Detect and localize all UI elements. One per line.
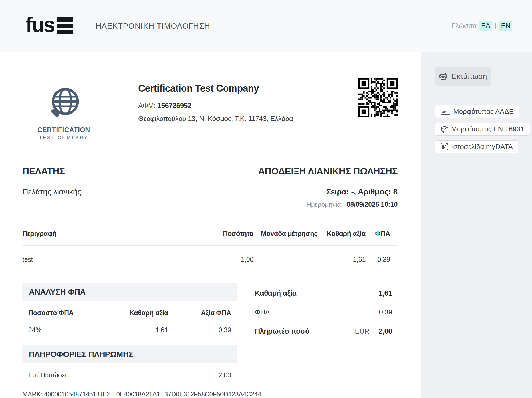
payment-row: Επί Πιστώσει 2,00 (28, 371, 231, 379)
total-payable-row: Πληρωτέο ποσό EUR 2,00 (255, 322, 398, 335)
xml-file-icon: XML (440, 108, 450, 115)
items-header-net: Καθαρή αξία (317, 230, 366, 246)
company-address: Θεοφιλοπούλου 13, Ν. Κόσμος, Τ.Κ. 11743,… (138, 115, 293, 123)
fuse-logo-text: fus (26, 14, 54, 38)
globe-magnifier-icon (48, 85, 80, 122)
format-en16931-label: Μορφότυπος EN 16931 (451, 125, 524, 133)
total-payable-label: Πληρωτέο ποσό (255, 327, 309, 335)
mydata-website-label: Ιστοσελίδα myDATA (451, 143, 513, 151)
date-value: 08/09/2025 10:10 (347, 201, 398, 208)
app-header: fus ΗΛΕΚΤΡΟΝΙΚΗ ΤΙΜΟΛΟΓΗΣΗ Γλώσσα ΕΛ | E… (0, 0, 532, 52)
customer-heading: ΠΕΛΑΤΗΣ (22, 166, 65, 177)
vat-header-row: Ποσοστό ΦΠΑ Καθαρή αξία Αξία ΦΠΑ (28, 301, 231, 319)
item-vat: 0,39 (366, 246, 398, 263)
total-vat-row: ΦΠΑ 0,39 (255, 302, 398, 322)
vat-net: 1,61 (91, 319, 168, 334)
vat-label: ΑΦΜ: (138, 102, 156, 110)
qr-scan-icon (440, 143, 448, 151)
table-row: test 1,00 1,61 0,39 (22, 246, 398, 263)
document-type-heading: ΑΠΟΔΕΙΞΗ ΛΙΑΝΙΚΗΣ ΠΩΛΗΣΗΣ (258, 166, 398, 177)
vat-number: 156726952 (157, 102, 191, 110)
svg-text:XML: XML (442, 110, 448, 114)
total-net-row: Καθαρή αξία 1,61 (255, 283, 398, 302)
format-buttons: XML Μορφότυπος ΑΑΔΕ Μορφότυπος EN 16931 (435, 105, 532, 153)
language-el-link[interactable]: ΕΛ (479, 21, 492, 31)
items-header-row: Περιγραφή Ποσότητα Μονάδα μέτρησης Καθαρ… (22, 230, 398, 246)
vat-analysis-table: Ποσοστό ΦΠΑ Καθαρή αξία Αξία ΦΠΑ 24% 1,6… (28, 301, 231, 334)
total-vat-value: 0,39 (379, 308, 392, 316)
total-net-label: Καθαρή αξία (255, 289, 297, 298)
company-vat-line: ΑΦΜ: 156726952 (138, 102, 293, 110)
qr-code (358, 78, 398, 117)
payment-method: Επί Πιστώσει (28, 371, 66, 379)
vat-header-vat: Αξία ΦΠΑ (168, 301, 231, 319)
language-en-link[interactable]: EN (499, 21, 512, 31)
summary-area: ΑΝΑΛΥΣΗ ΦΠΑ Ποσοστό ΦΠΑ Καθαρή αξία Αξία… (22, 283, 398, 379)
date-row: Ημερομηνία: 08/09/2025 10:10 (22, 201, 398, 208)
language-switcher: Γλώσσα ΕΛ | EN (452, 21, 512, 31)
language-separator: | (495, 22, 496, 30)
total-vat-label: ΦΠΑ (255, 308, 270, 316)
wireframe-globe-icon (440, 126, 448, 133)
items-header-description: Περιγραφή (22, 230, 208, 246)
company-name: Certification Test Company (138, 83, 293, 94)
fuse-logo: fus (26, 14, 73, 38)
date-label: Ημερομηνία: (306, 201, 343, 208)
company-header-row: CERTIFICATION TEST COMPANY Certification… (22, 78, 398, 140)
parties-row: ΠΕΛΑΤΗΣ ΑΠΟΔΕΙΞΗ ΛΙΑΝΙΚΗΣ ΠΩΛΗΣΗΣ (22, 166, 398, 177)
item-description: test (22, 246, 208, 263)
company-logo-line2: TEST COMPANY (35, 135, 92, 140)
print-button[interactable]: Εκτύπωση (435, 67, 491, 86)
payment-info-title: ΠΛΗΡΟΦΟΡΙΕΣ ΠΛΗΡΩΜΗΣ (22, 345, 237, 363)
print-button-label: Εκτύπωση (452, 72, 487, 81)
items-header-quantity: Ποσότητα (208, 230, 253, 246)
page-title: ΗΛΕΚΤΡΟΝΙΚΗ ΤΙΜΟΛΟΓΗΣΗ (96, 21, 210, 30)
printer-icon (439, 72, 447, 80)
vat-rate: 24% (28, 319, 91, 334)
total-net-value: 1,61 (379, 289, 392, 298)
vat-header-net: Καθαρή αξία (91, 301, 168, 319)
item-net: 1,61 (317, 246, 366, 263)
mark-uid-line: MARK: 400001054871451 UID: E0E40018A21A1… (22, 391, 261, 398)
items-table: Περιγραφή Ποσότητα Μονάδα μέτρησης Καθαρ… (22, 230, 398, 263)
names-row: Πελάτης λιανικής Σειρά: -, Αριθμός: 8 (22, 187, 398, 196)
company-logo: CERTIFICATION TEST COMPANY (35, 78, 92, 140)
language-label: Γλώσσα (452, 22, 477, 30)
fuse-logo-e-icon (57, 17, 73, 34)
company-info: Certification Test Company ΑΦΜ: 15672695… (138, 78, 293, 140)
vat-header-rate: Ποσοστό ΦΠΑ (28, 301, 91, 319)
format-aade-button[interactable]: XML Μορφότυπος ΑΑΔΕ (435, 105, 519, 118)
vat-amount: 0,39 (168, 319, 231, 334)
payment-amount: 2,00 (219, 371, 231, 379)
format-aade-label: Μορφότυπος ΑΑΔΕ (453, 107, 514, 116)
invoice-document: CERTIFICATION TEST COMPANY Certification… (0, 52, 421, 398)
currency-code: EUR (355, 327, 369, 335)
item-quantity: 1,00 (208, 246, 253, 263)
format-en16931-button[interactable]: Μορφότυπος EN 16931 (435, 123, 530, 136)
mydata-website-button[interactable]: Ιστοσελίδα myDATA (435, 140, 518, 153)
customer-name: Πελάτης λιανικής (22, 187, 81, 196)
vat-analysis-title: ΑΝΑΛΥΣΗ ΦΠΑ (22, 283, 237, 301)
item-unit (253, 246, 317, 263)
table-row: 24% 1,61 0,39 (28, 319, 231, 334)
totals-panel: Καθαρή αξία 1,61 ΦΠΑ 0,39 Πληρωτέο ποσό … (255, 283, 398, 335)
total-payable-value: 2,00 (379, 327, 392, 335)
items-header-vat: ΦΠΑ (366, 230, 398, 246)
items-header-unit: Μονάδα μέτρησης (253, 230, 317, 246)
series-number-line: Σειρά: -, Αριθμός: 8 (326, 187, 398, 196)
actions-sidebar: Εκτύπωση XML Μορφότυπος ΑΑΔΕ (421, 52, 532, 398)
company-logo-line1: CERTIFICATION (35, 126, 92, 134)
